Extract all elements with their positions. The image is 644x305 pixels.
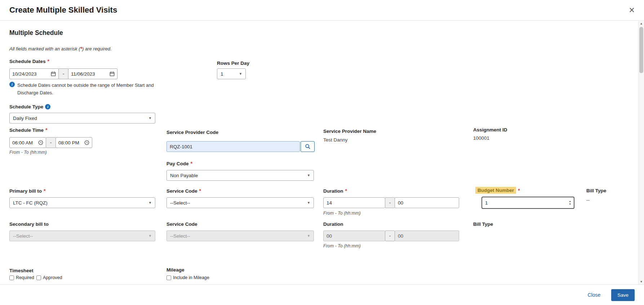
spinner-up-icon[interactable]: ▲ bbox=[569, 200, 571, 203]
chevron-down-icon: ▼ bbox=[148, 234, 152, 238]
start-date-value: 10/24/2023 bbox=[12, 71, 37, 77]
modal-footer: Close Save bbox=[0, 284, 644, 305]
info-icon: i bbox=[9, 82, 15, 87]
required-asterisk: * bbox=[199, 188, 201, 194]
calendar-icon[interactable] bbox=[110, 71, 115, 76]
include-in-mileage-label: Include in Mileage bbox=[173, 275, 209, 280]
secondary-bill-type-label: Bill Type bbox=[473, 221, 493, 227]
scrollbar-thumb[interactable] bbox=[639, 27, 643, 73]
primary-service-code-label-row: Service Code * bbox=[166, 188, 201, 194]
schedule-dates-info-note: i Schedule Dates cannot be outside the r… bbox=[9, 82, 170, 97]
start-time-input[interactable]: 06:00 AM bbox=[9, 137, 46, 148]
primary-bill-type-value: -- bbox=[586, 197, 590, 203]
required-asterisk: * bbox=[44, 188, 45, 194]
secondary-duration-minutes-input bbox=[395, 230, 459, 241]
start-time-value: 06:00 AM bbox=[12, 140, 33, 145]
primary-service-code-value: --Select-- bbox=[170, 200, 190, 206]
timesheet-required-checkbox[interactable]: Required bbox=[9, 275, 34, 280]
search-icon bbox=[305, 144, 311, 149]
timesheet-approved-checkbox[interactable]: Approved bbox=[36, 275, 62, 280]
chevron-down-icon: ▼ bbox=[307, 234, 310, 238]
end-time-value: 08:00 PM bbox=[58, 140, 79, 145]
number-spinner[interactable]: ▲ ▼ bbox=[569, 200, 574, 205]
calendar-icon[interactable] bbox=[51, 71, 56, 76]
required-asterisk: * bbox=[45, 127, 47, 133]
service-provider-code-input[interactable] bbox=[166, 141, 300, 152]
secondary-bill-to-label: Secondary bill to bbox=[9, 221, 49, 227]
schedule-type-label-row: Schedule Type i bbox=[9, 104, 50, 109]
secondary-duration-hours-input bbox=[323, 230, 385, 241]
approved-checkbox-input[interactable] bbox=[36, 275, 41, 280]
schedule-dates-range: 10/24/2023 - 11/06/2023 bbox=[9, 68, 117, 79]
pay-code-value: Non Payable bbox=[170, 173, 198, 178]
approved-checkbox-label: Approved bbox=[43, 275, 62, 280]
secondary-duration-range: - bbox=[323, 230, 459, 241]
budget-number-input[interactable]: ▲ ▼ bbox=[481, 197, 574, 209]
create-multiple-skilled-visits-dialog: Create Multiple Skilled Visits × Multipl… bbox=[0, 0, 644, 305]
chevron-down-icon: ▼ bbox=[148, 116, 152, 120]
start-date-input[interactable]: 10/24/2023 bbox=[9, 68, 59, 79]
primary-duration-minutes-input[interactable] bbox=[395, 197, 459, 208]
scroll-up-icon[interactable]: ▲ bbox=[639, 21, 644, 26]
service-provider-name-label: Service Provider Name bbox=[323, 129, 376, 134]
schedule-time-label: Schedule Time bbox=[9, 127, 44, 133]
required-checkbox-label: Required bbox=[16, 275, 34, 280]
secondary-service-code-select: --Select-- ▼ bbox=[166, 230, 314, 241]
secondary-service-code-value: --Select-- bbox=[170, 233, 190, 239]
secondary-bill-to-value: --Select-- bbox=[13, 233, 33, 239]
secondary-duration-label: Duration bbox=[323, 221, 343, 227]
info-icon[interactable]: i bbox=[45, 104, 50, 109]
close-icon[interactable]: × bbox=[629, 5, 635, 15]
schedule-dates-label-row: Schedule Dates * bbox=[9, 58, 49, 64]
required-asterisk: * bbox=[191, 161, 192, 166]
include-in-mileage-checkbox-input[interactable] bbox=[166, 275, 171, 280]
clock-icon[interactable] bbox=[84, 140, 89, 145]
primary-duration-label-row: Duration * bbox=[323, 188, 347, 194]
budget-number-field[interactable] bbox=[482, 198, 569, 208]
primary-duration-hint: From - To (hh:mm) bbox=[323, 211, 361, 216]
budget-number-label: Budget Number bbox=[475, 187, 516, 194]
schedule-type-select[interactable]: Daily Fixed ▼ bbox=[9, 113, 155, 124]
mileage-label: Mileage bbox=[166, 267, 185, 273]
primary-bill-to-label: Primary bill to bbox=[9, 188, 42, 194]
primary-service-code-label: Service Code bbox=[166, 188, 197, 194]
primary-bill-type-label: Bill Type bbox=[586, 188, 606, 193]
modal-header: Create Multiple Skilled Visits × bbox=[0, 0, 644, 21]
pay-code-label: Pay Code bbox=[166, 161, 189, 166]
primary-bill-to-label-row: Primary bill to * bbox=[9, 188, 45, 194]
primary-bill-to-select[interactable]: LTC - FC (RQZ) ▼ bbox=[9, 197, 155, 208]
required-note-suffix: ) are required. bbox=[82, 46, 112, 51]
required-checkbox-input[interactable] bbox=[9, 275, 14, 280]
vertical-scrollbar[interactable]: ▲ ▼ bbox=[638, 21, 644, 284]
chevron-down-icon: ▼ bbox=[148, 201, 152, 205]
schedule-type-value: Daily Fixed bbox=[13, 116, 37, 121]
service-provider-name-value: Test Danny bbox=[323, 137, 348, 143]
end-date-value: 11/06/2023 bbox=[71, 71, 95, 77]
required-asterisk: * bbox=[48, 58, 49, 64]
search-button[interactable] bbox=[301, 141, 315, 152]
pay-code-select[interactable]: Non Payable ▼ bbox=[166, 170, 314, 181]
rows-per-day-value: 1 bbox=[221, 71, 223, 77]
end-time-input[interactable]: 08:00 PM bbox=[55, 137, 92, 148]
save-button[interactable]: Save bbox=[611, 289, 635, 301]
service-provider-code-row bbox=[166, 141, 315, 152]
required-note-prefix: All fields marked with an asterisk ( bbox=[9, 46, 80, 51]
rows-per-day-select[interactable]: 1 ▼ bbox=[217, 68, 246, 79]
primary-duration-range: - bbox=[323, 197, 459, 208]
close-button[interactable]: Close bbox=[587, 292, 600, 298]
assignment-id-value: 100001 bbox=[473, 135, 489, 141]
include-in-mileage-checkbox[interactable]: Include in Mileage bbox=[166, 275, 209, 280]
duration-separator: - bbox=[385, 230, 395, 241]
scroll-down-icon[interactable]: ▼ bbox=[639, 279, 644, 284]
primary-service-code-select[interactable]: --Select-- ▼ bbox=[166, 197, 314, 208]
timesheet-label: Timesheet bbox=[9, 268, 34, 273]
chevron-down-icon: ▼ bbox=[307, 201, 310, 205]
schedule-time-hint: From - To (hh:mm) bbox=[9, 150, 47, 155]
rows-per-day-label: Rows Per Day bbox=[217, 60, 249, 66]
end-date-input[interactable]: 11/06/2023 bbox=[68, 68, 117, 79]
service-provider-code-label: Service Provider Code bbox=[166, 130, 218, 135]
primary-duration-hours-input[interactable] bbox=[323, 197, 385, 208]
clock-icon[interactable] bbox=[38, 140, 43, 145]
spinner-down-icon[interactable]: ▼ bbox=[569, 203, 571, 206]
chevron-down-icon: ▼ bbox=[239, 72, 242, 76]
